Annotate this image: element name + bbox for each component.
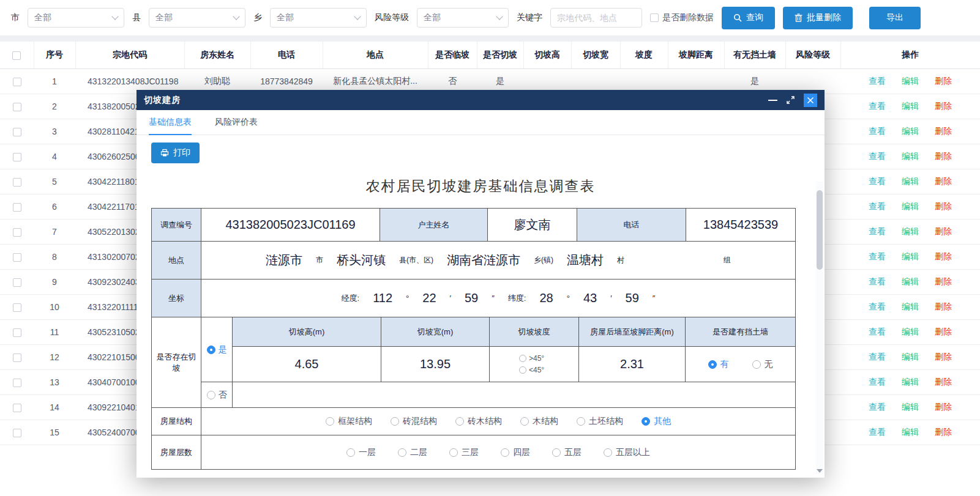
radio-icon[interactable]: [501, 448, 509, 457]
edit-link[interactable]: 编辑: [902, 201, 919, 211]
cut-slope-yes-option[interactable]: 是: [201, 317, 232, 382]
wall-yes-option[interactable]: 有: [708, 359, 729, 370]
structure-option-brick-concrete[interactable]: 砖混结构: [391, 416, 437, 427]
structure-option-frame[interactable]: 框架结构: [326, 416, 372, 427]
scroll-down-arrow[interactable]: [817, 469, 823, 473]
row-checkbox[interactable]: [13, 303, 21, 312]
delete-link[interactable]: 删除: [935, 226, 952, 236]
dialog-scrollbar[interactable]: [816, 182, 823, 474]
row-checkbox[interactable]: [13, 429, 21, 437]
view-link[interactable]: 查看: [869, 276, 886, 286]
edit-link[interactable]: 编辑: [902, 151, 919, 161]
row-checkbox[interactable]: [13, 103, 21, 111]
row-checkbox[interactable]: [13, 178, 21, 187]
edit-link[interactable]: 编辑: [902, 427, 919, 437]
view-link[interactable]: 查看: [869, 251, 886, 261]
view-link[interactable]: 查看: [869, 402, 886, 412]
radio-icon[interactable]: [520, 417, 529, 426]
edit-link[interactable]: 编辑: [902, 251, 919, 261]
floors-option-4[interactable]: 四层: [501, 447, 530, 458]
delete-link[interactable]: 删除: [935, 101, 952, 111]
checkbox-icon[interactable]: [650, 13, 659, 22]
view-link[interactable]: 查看: [869, 352, 886, 361]
radio-icon[interactable]: [455, 417, 464, 426]
floors-option-2[interactable]: 二层: [398, 447, 427, 458]
edit-link[interactable]: 编辑: [902, 101, 919, 111]
edit-link[interactable]: 编辑: [902, 126, 919, 136]
view-link[interactable]: 查看: [869, 76, 886, 86]
cut-slope-no-option[interactable]: 否: [201, 382, 232, 407]
export-button[interactable]: 导出: [869, 7, 921, 29]
row-checkbox[interactable]: [13, 404, 21, 412]
slope-lt45-option[interactable]: <45°: [519, 366, 544, 374]
view-link[interactable]: 查看: [869, 377, 886, 387]
view-link[interactable]: 查看: [869, 201, 886, 211]
radio-checked-icon[interactable]: [708, 360, 717, 369]
radio-icon[interactable]: [391, 417, 399, 426]
delete-link[interactable]: 删除: [935, 302, 952, 311]
row-checkbox[interactable]: [13, 203, 21, 212]
edit-link[interactable]: 编辑: [902, 402, 919, 412]
structure-option-adobe[interactable]: 土坯结构: [577, 416, 623, 427]
tab-risk-evaluation[interactable]: 风险评价表: [215, 110, 258, 135]
radio-checked-icon[interactable]: [641, 417, 650, 426]
edit-link[interactable]: 编辑: [902, 327, 919, 336]
view-link[interactable]: 查看: [869, 101, 886, 111]
view-link[interactable]: 查看: [869, 151, 886, 161]
print-button[interactable]: 打印: [151, 143, 200, 163]
delete-link[interactable]: 删除: [935, 176, 952, 186]
search-button[interactable]: 查询: [722, 7, 775, 29]
delete-link[interactable]: 删除: [935, 402, 952, 412]
maximize-icon[interactable]: [786, 95, 795, 105]
row-checkbox[interactable]: [13, 153, 21, 161]
radio-icon[interactable]: [398, 448, 406, 457]
row-checkbox[interactable]: [13, 128, 21, 136]
row-checkbox[interactable]: [13, 379, 21, 387]
view-link[interactable]: 查看: [869, 126, 886, 136]
wall-no-option[interactable]: 无: [752, 359, 773, 370]
edit-link[interactable]: 编辑: [902, 226, 919, 236]
radio-icon[interactable]: [207, 391, 215, 399]
edit-link[interactable]: 编辑: [902, 352, 919, 361]
structure-option-brick-wood[interactable]: 砖木结构: [455, 416, 502, 427]
radio-icon[interactable]: [326, 417, 334, 426]
radio-icon[interactable]: [346, 448, 355, 457]
view-link[interactable]: 查看: [869, 176, 886, 186]
view-link[interactable]: 查看: [869, 302, 886, 311]
view-link[interactable]: 查看: [869, 327, 886, 336]
delete-link[interactable]: 删除: [935, 377, 952, 387]
batch-delete-button[interactable]: 批量删除: [783, 7, 853, 29]
township-select[interactable]: 全部: [270, 8, 367, 28]
radio-icon[interactable]: [552, 448, 561, 457]
view-link[interactable]: 查看: [869, 427, 886, 437]
row-checkbox[interactable]: [13, 78, 21, 86]
delete-link[interactable]: 删除: [935, 76, 952, 86]
edit-link[interactable]: 编辑: [902, 176, 919, 186]
radio-icon[interactable]: [752, 360, 761, 369]
delete-link[interactable]: 删除: [935, 427, 952, 437]
delete-link[interactable]: 删除: [935, 126, 952, 136]
delete-link[interactable]: 删除: [935, 352, 952, 361]
structure-option-other[interactable]: 其他: [641, 416, 671, 427]
radio-icon[interactable]: [577, 417, 585, 426]
tab-basic-info[interactable]: 基础信息表: [149, 110, 192, 135]
row-checkbox[interactable]: [13, 328, 21, 337]
radio-icon[interactable]: [449, 448, 458, 457]
deleted-data-checkbox[interactable]: 是否删除数据: [650, 12, 714, 23]
scrollbar-thumb[interactable]: [817, 190, 823, 270]
keyword-input[interactable]: [550, 8, 642, 28]
close-icon[interactable]: [804, 94, 817, 107]
floors-option-5[interactable]: 五层: [552, 447, 582, 458]
row-checkbox[interactable]: [13, 253, 21, 262]
structure-option-wood[interactable]: 木结构: [520, 416, 558, 427]
select-all-checkbox[interactable]: [12, 51, 21, 60]
slope-gt45-option[interactable]: >45°: [519, 354, 544, 363]
radio-icon[interactable]: [519, 366, 526, 374]
edit-link[interactable]: 编辑: [902, 302, 919, 311]
city-select[interactable]: 全部: [28, 8, 124, 28]
floors-option-1[interactable]: 一层: [346, 447, 376, 458]
row-checkbox[interactable]: [13, 228, 21, 237]
delete-link[interactable]: 删除: [935, 327, 952, 336]
delete-link[interactable]: 删除: [935, 251, 952, 261]
edit-link[interactable]: 编辑: [902, 76, 919, 86]
